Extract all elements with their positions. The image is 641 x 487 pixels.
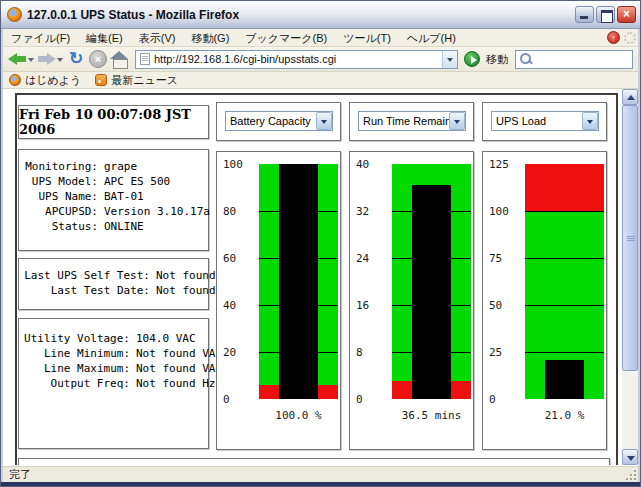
info-row: Line Minimum:Not found VAC: [24, 346, 208, 361]
gauge-metric-select[interactable]: UPS Load: [491, 111, 599, 131]
forward-arrow-icon: [37, 53, 56, 66]
bookmark-label: 最新ニュース: [111, 73, 178, 88]
status-text: 完了: [9, 467, 31, 482]
info-value: ONLINE: [104, 219, 144, 234]
gauge-tick-label: 0: [489, 392, 521, 407]
gauge-tick-label: 100: [223, 157, 255, 172]
self-test-info-box: Last UPS Self Test:Not foundLast Test Da…: [18, 258, 209, 310]
maximize-button[interactable]: [596, 6, 615, 23]
gauges-row: Battery Capacity100806040200100.0 %Run T…: [216, 102, 607, 450]
software-update-icon[interactable]: ↑: [607, 31, 620, 44]
vertical-scrollbar[interactable]: [622, 89, 638, 465]
gauge-select-panel: UPS Load: [482, 102, 607, 141]
gauge-tick-label: 24: [356, 251, 388, 266]
gauge-column: Run Time Remaining403224168036.5 mins: [349, 102, 474, 450]
scroll-down-icon[interactable]: [622, 449, 638, 465]
gauge-tick-label: 80: [223, 204, 255, 219]
info-value: Not found: [156, 268, 216, 283]
info-value: grape: [104, 159, 137, 174]
search-bar[interactable]: [515, 50, 633, 69]
info-row: APCUPSD:Version 3.10.17a: [24, 204, 208, 219]
gauge-select-panel: Battery Capacity: [216, 102, 341, 141]
ups-status-page: Fri Feb 10 00:07:08 JST 2006 Monitoring:…: [3, 89, 622, 465]
url-bar[interactable]: http://192.168.1.6/cgi-bin/upsstats.cgi: [135, 50, 458, 69]
window-bottom-border: [1, 482, 640, 486]
info-value: 104.0 VAC: [136, 331, 196, 346]
chevron-down-icon[interactable]: [316, 112, 332, 130]
resize-grip-icon[interactable]: [624, 468, 636, 480]
info-value: Version 3.10.17a: [104, 204, 210, 219]
gauge-panel: 403224168036.5 mins: [349, 151, 474, 450]
menubar-right-icons: ↑: [607, 31, 638, 44]
search-input[interactable]: [533, 51, 632, 68]
monitor-info-box: Monitoring:grapeUPS Model:APC ES 500UPS …: [18, 149, 209, 251]
forward-button[interactable]: [37, 48, 63, 70]
home-button[interactable]: [110, 51, 129, 68]
gauge-panel: 125100755025021.0 %: [482, 151, 607, 450]
firefox-icon: [9, 74, 21, 86]
back-history-dropdown-icon[interactable]: [27, 53, 34, 65]
menu-items: ファイル(F)編集(E)表示(V)移動(G)ブックマーク(B)ツール(T)ヘルプ…: [3, 29, 464, 47]
scrollbar-track[interactable]: [622, 105, 638, 449]
menu-item[interactable]: 編集(E): [78, 29, 131, 47]
url-dropdown-icon[interactable]: [442, 51, 457, 68]
firefox-icon: [7, 7, 22, 22]
gauge-panel: 100806040200100.0 %: [216, 151, 341, 450]
gauge-tick-label: 100: [489, 204, 521, 219]
gauge-value-label: 21.0 %: [525, 409, 604, 422]
back-button[interactable]: [8, 48, 34, 70]
menu-item[interactable]: ブックマーク(B): [237, 29, 335, 47]
gauge-metric-select-value: UPS Load: [492, 115, 582, 127]
forward-history-dropdown-icon[interactable]: [56, 53, 63, 65]
info-value: Not found VAC: [136, 361, 222, 376]
minimize-button[interactable]: [575, 6, 594, 23]
menu-item[interactable]: 表示(V): [131, 29, 184, 47]
info-row: Monitoring:grape: [24, 159, 208, 174]
gauge-tick-label: 60: [223, 251, 255, 266]
gauge-tick-line: [525, 352, 604, 353]
info-label: Utility Voltage:: [24, 331, 130, 346]
info-label: Last Test Date:: [24, 283, 150, 298]
bottom-wide-box: [18, 458, 610, 465]
reload-button[interactable]: ↻: [66, 49, 86, 69]
gauge-value-label: 100.0 %: [259, 409, 338, 422]
info-label: Line Minimum:: [24, 346, 130, 361]
bookmark-item[interactable]: 最新ニュース: [95, 73, 178, 88]
info-label: Line Maximum:: [24, 361, 130, 376]
close-button[interactable]: ×: [617, 6, 636, 23]
info-row: Last UPS Self Test:Not found: [24, 268, 208, 283]
info-value: BAT-01: [104, 189, 144, 204]
menu-item[interactable]: ツール(T): [335, 29, 399, 47]
url-text[interactable]: http://192.168.1.6/cgi-bin/upsstats.cgi: [154, 53, 442, 65]
gauge-metric-select-value: Battery Capacity: [226, 115, 316, 127]
gauge-tick-line: [525, 258, 604, 259]
info-value: APC ES 500: [104, 174, 170, 189]
go-label[interactable]: 移動: [486, 52, 508, 67]
gauge-metric-select[interactable]: Run Time Remaining: [358, 111, 466, 131]
go-button[interactable]: [464, 51, 480, 67]
gauge-value-bar: [279, 164, 319, 399]
scrollbar-thumb[interactable]: [622, 105, 638, 371]
chevron-down-icon[interactable]: [449, 112, 465, 130]
info-label: APCUPSD:: [24, 204, 98, 219]
scroll-up-icon[interactable]: [622, 89, 638, 105]
search-icon[interactable]: [519, 52, 533, 66]
gauge-metric-select[interactable]: Battery Capacity: [225, 111, 333, 131]
bookmarks-bar: はじめよう最新ニュース: [3, 72, 638, 89]
bookmark-item[interactable]: はじめよう: [9, 73, 81, 88]
stop-button[interactable]: ×: [89, 50, 107, 68]
gauge-tick-label: 0: [223, 392, 255, 407]
gauge-tick-label: 8: [356, 345, 388, 360]
chevron-down-icon[interactable]: [582, 112, 598, 130]
throbber-icon: [624, 32, 636, 44]
gauge-tick-label: 0: [356, 392, 388, 407]
browser-window: 127.0.0.1 UPS Status - Mozilla Firefox ×…: [0, 0, 641, 487]
menu-item[interactable]: 移動(G): [183, 29, 237, 47]
gauge-tick-line: [525, 211, 604, 212]
info-label: Status:: [24, 219, 98, 234]
menu-item[interactable]: ヘルプ(H): [399, 29, 464, 47]
menu-item[interactable]: ファイル(F): [3, 29, 78, 47]
gauge-tick-label: 50: [489, 298, 521, 313]
info-label: Last UPS Self Test:: [24, 268, 150, 283]
title-bar[interactable]: 127.0.0.1 UPS Status - Mozilla Firefox ×: [1, 1, 640, 29]
